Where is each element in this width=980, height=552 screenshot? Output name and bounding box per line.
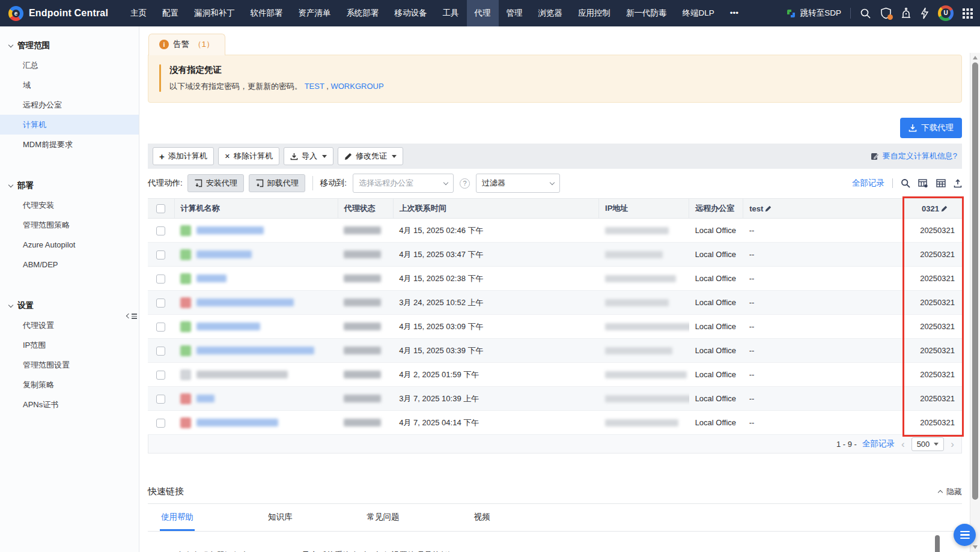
uninstall-agent-button[interactable]: 卸载代理 [249,174,305,192]
floating-menu-button[interactable] [954,524,976,546]
row-checkbox[interactable] [156,274,165,284]
column-header-0[interactable]: 计算机名称 [174,199,338,219]
nav-item-8[interactable]: 代理 [467,0,499,26]
customize-computer-info-link[interactable]: 要自定义计算机信息? [871,151,957,162]
edit-column-icon[interactable] [765,205,772,212]
sidebar-section-title-2[interactable]: 设置 [0,296,139,315]
sidebar-section-title-0[interactable]: 管理范围 [0,36,139,55]
sidebar-item-0-4[interactable]: MDM前提要求 [0,135,139,154]
table-view-icon[interactable] [936,179,946,188]
scrollbar-thumb[interactable] [972,62,978,500]
download-agent-button[interactable]: 下载代理 [900,118,962,138]
pagination-all-records-link[interactable]: 全部记录 [862,438,895,449]
alert-domain-link-0[interactable]: TEST [305,82,324,91]
column-header-6[interactable]: 0321 [904,199,962,219]
column-settings-icon[interactable] [918,179,928,188]
sidebar-collapse-button[interactable] [127,314,137,319]
uems-logo-icon[interactable]: U [938,5,954,21]
sidebar-item-2-2[interactable]: 管理范围设置 [0,355,139,375]
nav-item-1[interactable]: 配置 [154,0,186,26]
computer-name-redacted[interactable] [196,274,227,282]
row-checkbox[interactable] [156,371,165,380]
computer-name-redacted[interactable] [196,419,278,426]
row-checkbox[interactable] [156,347,165,356]
sidebar-item-0-1[interactable]: 域 [0,75,139,95]
row-checkbox[interactable] [156,323,165,332]
nav-item-14[interactable]: ••• [722,0,746,26]
jump-to-sdp-link[interactable]: 跳转至SDP [786,8,841,19]
quick-links-tab-0[interactable]: 使用帮助 [160,504,195,531]
sidebar-item-1-0[interactable]: 代理安装 [0,195,139,215]
row-checkbox[interactable] [156,299,165,308]
nav-item-11[interactable]: 应用控制 [570,0,618,26]
computer-name-redacted[interactable] [196,371,288,378]
nav-item-3[interactable]: 软件部署 [243,0,291,26]
sidebar-item-2-0[interactable]: 代理设置 [0,315,139,335]
computer-name-redacted[interactable] [196,323,260,330]
scroll-down-arrow-icon[interactable] [973,545,978,549]
sidebar-section-title-1[interactable]: 部署 [0,176,139,195]
edit-column-icon[interactable] [941,205,948,212]
help-icon[interactable]: ? [460,178,470,189]
nav-item-4[interactable]: 资产清单 [291,0,339,26]
nav-item-2[interactable]: 漏洞和补丁 [186,0,243,26]
alert-domain-link-1[interactable]: WORKGROUP [330,82,383,91]
nav-item-0[interactable]: 主页 [123,0,154,26]
nav-item-10[interactable]: 浏览器 [531,0,571,26]
apps-grid-icon[interactable] [963,8,973,19]
sidebar-item-1-3[interactable]: ABM/DEP [0,255,139,274]
column-header-3[interactable]: IP地址 [599,199,689,219]
sidebar-item-2-1[interactable]: IP范围 [0,335,139,355]
computer-name-redacted[interactable] [196,226,264,234]
faq-item-0[interactable]: 1. 当中心服务器运行在Windows Vista及之后的系统上时，如何设置管理… [167,548,962,552]
agent-scanner-icon[interactable] [901,7,912,19]
nav-item-12[interactable]: 新一代防毒 [618,0,675,26]
remove-computer-button[interactable]: ✕ 移除计算机 [218,147,279,165]
add-computer-button[interactable]: + 添加计算机 [153,147,214,165]
sidebar-item-2-3[interactable]: 复制策略 [0,375,139,395]
browser-scrollbar[interactable] [970,53,980,552]
alert-tab[interactable]: i 告警 （1） [148,34,225,55]
install-agent-button[interactable]: 安装代理 [187,174,244,192]
nav-item-13[interactable]: 终端DLP [675,0,722,26]
column-header-1[interactable]: 代理状态 [338,199,393,219]
sidebar-item-0-0[interactable]: 汇总 [0,55,139,75]
sidebar-item-1-1[interactable]: 管理范围策略 [0,215,139,235]
filter-select[interactable]: 过滤器 [476,174,560,193]
export-icon[interactable] [954,179,962,188]
remote-office-select[interactable]: 选择远程办公室 [353,174,454,193]
prev-page-icon[interactable]: ‹ [900,439,906,449]
hide-quick-links-button[interactable]: 隐藏 [939,487,962,497]
quick-actions-bolt-icon[interactable] [921,7,929,19]
computer-name-redacted[interactable] [196,299,294,306]
quick-links-tab-1[interactable]: 知识库 [267,504,294,531]
quick-links-tab-2[interactable]: 常见问题 [366,504,401,531]
row-checkbox[interactable] [156,226,165,235]
computer-name-redacted[interactable] [196,347,314,354]
column-header-2[interactable]: 上次联系时间 [393,199,598,219]
computer-name-redacted[interactable] [196,395,215,402]
nav-item-9[interactable]: 管理 [499,0,531,26]
faq-scrollbar-thumb[interactable] [935,535,940,552]
nav-item-7[interactable]: 工具 [435,0,467,26]
page-size-select[interactable]: 500 [912,437,945,451]
sidebar-item-0-3[interactable]: 计算机 [0,115,139,135]
row-checkbox[interactable] [156,419,165,428]
nav-item-5[interactable]: 系统部署 [339,0,387,26]
table-search-icon[interactable] [901,178,910,188]
computer-name-redacted[interactable] [196,250,252,258]
sidebar-item-1-2[interactable]: Azure Autopilot [0,235,139,255]
quick-links-tab-3[interactable]: 视频 [473,504,492,531]
all-records-link[interactable]: 全部记录 [852,178,884,189]
sidebar-item-2-4[interactable]: APNs证书 [0,395,139,414]
security-shield-icon[interactable] [880,7,892,19]
sidebar-item-0-2[interactable]: 远程办公室 [0,95,139,115]
nav-item-6[interactable]: 移动设备 [387,0,435,26]
select-all-checkbox[interactable] [156,204,165,213]
row-checkbox[interactable] [156,250,165,259]
import-button[interactable]: 导入 [284,147,333,165]
search-icon[interactable] [860,8,871,19]
modify-credentials-button[interactable]: 修改凭证 [338,147,403,165]
scroll-up-arrow-icon[interactable] [973,56,978,59]
column-header-4[interactable]: 远程办公室 [689,199,743,219]
